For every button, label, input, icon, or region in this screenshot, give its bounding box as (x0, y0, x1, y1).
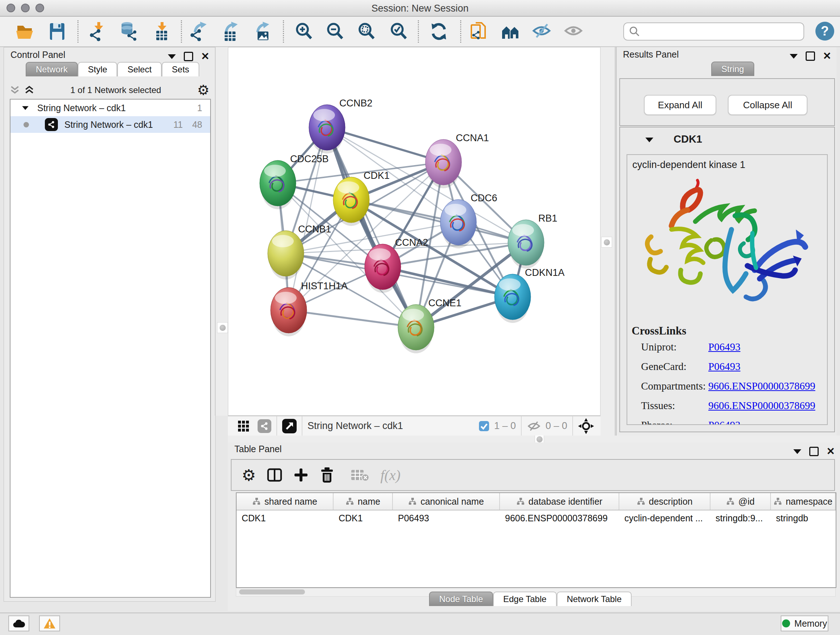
tab-edge-table[interactable]: Edge Table (493, 592, 557, 606)
node-table[interactable]: shared namenamecanonical namedatabase id… (236, 492, 836, 588)
edge-CCNA2-CDKN1A[interactable] (383, 267, 513, 297)
show-all-button[interactable] (564, 21, 584, 42)
node-CDKN1A[interactable]: CDKN1A (494, 267, 565, 323)
memory-status-button[interactable]: Memory (781, 616, 829, 631)
left-splitter-handle[interactable] (217, 322, 228, 333)
import-table-button[interactable] (151, 21, 172, 42)
crosslink-value-link[interactable]: P06493 (708, 419, 741, 425)
cell--id[interactable]: stringdb:9... (711, 510, 771, 526)
import-network-file-button[interactable] (88, 21, 109, 42)
zoom-selected-button[interactable] (388, 21, 409, 42)
fit-content-crosshair-icon[interactable] (578, 418, 594, 434)
node-RB1[interactable]: RB1 (508, 213, 557, 269)
column-header--id[interactable]: @id (711, 493, 771, 510)
column-header-namespace[interactable]: namespace (771, 493, 836, 510)
import-network-database-button[interactable] (118, 21, 139, 42)
collection-expand-icon[interactable] (22, 106, 28, 110)
network-options-gear-icon[interactable]: ⚙ (197, 85, 210, 96)
edge-CCNB2-CCNE1[interactable] (327, 127, 416, 327)
create-column-plus-icon[interactable] (294, 467, 309, 483)
float-panel-icon[interactable] (184, 52, 193, 61)
network-row[interactable]: String Network – cdk1 11 48 (11, 116, 210, 133)
tab-network-table[interactable]: Network Table (557, 592, 632, 606)
zoom-out-button[interactable] (325, 21, 346, 42)
right-splitter[interactable] (600, 47, 616, 435)
string-view-icon[interactable] (257, 419, 271, 433)
zoom-in-button[interactable] (294, 21, 314, 42)
table-menu-icon[interactable] (793, 449, 801, 454)
table-float-icon[interactable] (809, 447, 819, 456)
scrollbar-thumb[interactable] (239, 589, 305, 594)
clone-network-button[interactable] (468, 21, 489, 42)
column-header-canonical-name[interactable]: canonical name (393, 493, 500, 510)
column-header-name[interactable]: name (333, 493, 393, 510)
crosslink-value-link[interactable]: P06493 (708, 361, 741, 372)
cloud-status-button[interactable] (8, 616, 29, 631)
show-columns-icon[interactable] (267, 467, 283, 483)
network-graph[interactable]: CCNB2CCNA1CDC25BCDK1CDC6RB1CCNB1CCNA2CDK… (228, 48, 600, 415)
crosslink-value-link[interactable]: 9606.ENSP00000378699 (708, 380, 815, 392)
right-splitter-handle[interactable] (601, 237, 612, 248)
function-builder-icon[interactable]: f(x) (380, 467, 401, 484)
gene-collapse-icon[interactable] (645, 138, 653, 142)
table-settings-gear-icon[interactable]: ⚙ (242, 466, 256, 485)
node-HIST1H1A[interactable]: HIST1H1A (271, 280, 347, 336)
delete-table-icon[interactable] (351, 468, 369, 482)
birdseye-view-icon[interactable] (282, 419, 297, 433)
network-canvas[interactable]: CCNB2CCNA1CDC25BCDK1CDC6RB1CCNB1CCNA2CDK… (228, 47, 600, 416)
cell-shared-name[interactable]: CDK1 (237, 510, 333, 526)
edge-HIST1H1A-CCNE1[interactable] (289, 310, 416, 327)
tab-sets[interactable]: Sets (162, 62, 199, 76)
tab-network[interactable]: Network (26, 62, 78, 76)
export-table-button[interactable] (220, 21, 241, 42)
help-button[interactable]: ? (815, 22, 834, 41)
results-close-icon[interactable]: ✕ (823, 52, 831, 60)
export-network-button[interactable] (189, 21, 210, 42)
network-collection-row[interactable]: String Network – cdk1 1 (11, 100, 210, 116)
edge-CDK1-RB1[interactable] (351, 200, 526, 242)
column-header-database-identifier[interactable]: database identifier (500, 493, 619, 510)
tab-string[interactable]: String (711, 62, 754, 76)
panel-menu-icon[interactable] (168, 54, 176, 59)
search-input[interactable] (641, 26, 804, 37)
cell-description[interactable]: cyclin-dependent ... (619, 510, 711, 526)
node-CCNE1[interactable]: CCNE1 (398, 298, 462, 353)
expand-all-icon[interactable] (24, 85, 34, 95)
save-session-button[interactable] (47, 21, 68, 42)
zoom-fit-button[interactable] (356, 21, 377, 42)
cell-canonical-name[interactable]: P06493 (393, 510, 500, 526)
column-header-shared-name[interactable]: shared name (237, 493, 333, 510)
collapse-all-icon[interactable] (10, 85, 20, 95)
open-session-button[interactable] (15, 21, 36, 42)
delete-column-trash-icon[interactable] (319, 467, 335, 483)
crosslink-value-link[interactable]: 9606.ENSP00000378699 (708, 400, 815, 412)
node-CCNA1[interactable]: CCNA1 (425, 133, 489, 188)
results-float-icon[interactable] (806, 51, 815, 61)
table-row[interactable]: CDK1CDK1P064939606.ENSP00000378699cyclin… (237, 510, 836, 526)
grid-view-icon[interactable] (237, 420, 249, 432)
export-image-button[interactable] (251, 21, 272, 42)
cell-namespace[interactable]: stringdb (771, 510, 836, 526)
collapse-all-button[interactable]: Collapse All (728, 95, 807, 115)
refresh-button[interactable] (428, 21, 449, 42)
cell-name[interactable]: CDK1 (333, 510, 393, 526)
hide-selected-button[interactable] (532, 21, 553, 42)
cell-database-identifier[interactable]: 9606.ENSP00000378699 (500, 510, 619, 526)
tab-node-table[interactable]: Node Table (429, 592, 493, 606)
bottom-splitter[interactable] (228, 435, 840, 442)
tab-select[interactable]: Select (117, 62, 162, 76)
warnings-button[interactable] (39, 616, 60, 631)
selected-nodes-checkbox-icon[interactable] (478, 420, 490, 432)
crosslink-value-link[interactable]: P06493 (708, 341, 741, 353)
hidden-eye-icon[interactable] (527, 420, 541, 432)
results-menu-icon[interactable] (790, 54, 798, 59)
search-input-wrapper[interactable] (623, 22, 804, 41)
close-panel-icon[interactable]: ✕ (201, 53, 210, 60)
node-CCNB2[interactable]: CCNB2 (309, 98, 373, 154)
column-header-description[interactable]: description (619, 493, 711, 510)
left-splitter[interactable] (215, 47, 229, 416)
tab-style[interactable]: Style (78, 62, 117, 76)
table-close-icon[interactable]: ✕ (827, 448, 835, 455)
expand-all-button[interactable]: Expand All (644, 95, 716, 115)
first-neighbors-button[interactable] (500, 21, 521, 42)
